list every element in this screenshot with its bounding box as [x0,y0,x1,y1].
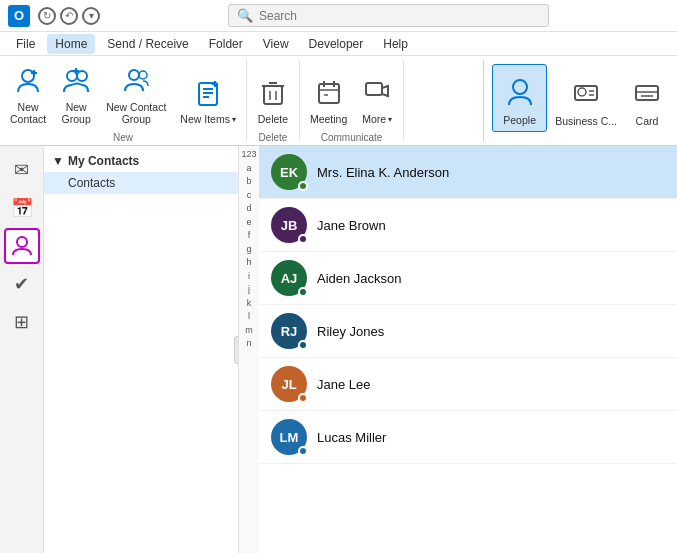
alpha-n[interactable]: n [246,337,251,351]
alpha-l[interactable]: l [248,310,250,324]
meeting-icon [315,78,343,111]
alpha-m[interactable]: m [245,324,253,338]
quick-access-icon[interactable]: ▾ [82,7,100,25]
people-view-label: People [503,114,536,127]
app-logo: O [8,5,30,27]
ribbon-communicate-buttons: Meeting More ▾ [304,62,399,130]
svg-point-28 [578,88,586,96]
folder-panel: ‹ ▼ My Contacts Contacts [44,146,239,553]
business-card-view-button[interactable]: Business C... [549,64,623,132]
svg-point-0 [22,70,34,82]
contact-item[interactable]: JL Jane Lee [259,358,677,411]
new-group-label: NewGroup [62,101,91,126]
new-group-button[interactable]: NewGroup [54,62,98,130]
new-items-button[interactable]: New Items ▾ [174,62,242,130]
nav-apps[interactable]: ⊞ [4,304,40,340]
folder-collapse-button[interactable]: ‹ [234,336,239,364]
new-items-label: New Items ▾ [180,113,236,126]
undo-icon[interactable]: ↶ [60,7,78,25]
menu-view[interactable]: View [255,34,297,54]
svg-point-4 [77,71,87,81]
people-view-button[interactable]: People [492,64,547,132]
contact-avatar: JL [271,366,307,402]
alpha-i[interactable]: i [248,270,250,284]
contact-item[interactable]: LM Lucas Miller [259,411,677,464]
contact-avatar: JB [271,207,307,243]
menu-home[interactable]: Home [47,34,95,54]
alpha-e[interactable]: e [246,216,251,230]
ribbon-new-section: NewContact NewGroup [0,60,247,141]
alpha-k[interactable]: k [247,297,252,311]
ribbon-new-buttons: NewContact NewGroup [4,62,242,130]
alpha-j[interactable]: j [248,283,250,297]
contact-name: Jane Lee [317,377,371,392]
alpha-a[interactable]: a [246,162,251,176]
new-contact-button[interactable]: NewContact [4,62,52,130]
ribbon: NewContact NewGroup [0,56,677,146]
folder-chevron-icon: ▼ [52,154,64,168]
contact-item[interactable]: AJ Aiden Jackson [259,252,677,305]
card-view-icon [632,78,662,113]
alphabet-sidebar: 123 a b c d e f g h i j k l m n [239,146,259,553]
alpha-d[interactable]: d [246,202,251,216]
alpha-f[interactable]: f [248,229,251,243]
delete-button[interactable]: Delete [251,62,295,130]
title-bar-icons: ↻ ↶ ▾ [38,7,100,25]
avatar-status-dot [298,446,308,456]
alpha-123[interactable]: 123 [241,148,256,162]
menu-developer[interactable]: Developer [301,34,372,54]
contact-avatar: EK [271,154,307,190]
contact-name: Mrs. Elina K. Anderson [317,165,449,180]
contact-name: Riley Jones [317,324,384,339]
sync-icon[interactable]: ↻ [38,7,56,25]
business-card-view-label: Business C... [555,115,617,128]
contact-name: Aiden Jackson [317,271,402,286]
svg-point-8 [139,71,147,79]
contact-item[interactable]: EK Mrs. Elina K. Anderson [259,146,677,199]
avatar-status-dot [298,340,308,350]
avatar-status-dot [298,393,308,403]
business-card-icon [571,78,601,113]
folder-item-contacts[interactable]: Contacts [44,172,238,194]
nav-contacts[interactable] [4,228,40,264]
svg-rect-31 [636,86,658,100]
svg-point-34 [17,237,27,247]
ribbon-communicate-label: Communicate [304,130,399,145]
alpha-b[interactable]: b [246,175,251,189]
contact-name: Lucas Miller [317,430,386,445]
ribbon-delete-buttons: Delete [251,62,295,130]
alpha-g[interactable]: g [246,243,251,257]
delete-icon [259,78,287,111]
contact-item[interactable]: JB Jane Brown [259,199,677,252]
more-button[interactable]: More ▾ [355,62,399,130]
ribbon-view-buttons: People Business C... [492,64,669,137]
alpha-h[interactable]: h [246,256,251,270]
nav-sidebar: ✉ 📅 ✔ ⊞ [0,146,44,553]
menu-help[interactable]: Help [375,34,416,54]
delete-label: Delete [258,113,288,126]
nav-calendar[interactable]: 📅 [4,190,40,226]
menu-bar: File Home Send / Receive Folder View Dev… [0,32,677,56]
contact-avatar: LM [271,419,307,455]
new-contact-icon [14,66,42,99]
ribbon-delete-label: Delete [251,130,295,145]
new-items-icon [194,78,222,111]
folder-group-header-my-contacts[interactable]: ▼ My Contacts [44,150,238,172]
search-icon: 🔍 [237,8,253,23]
nav-mail[interactable]: ✉ [4,152,40,188]
svg-rect-25 [366,83,382,95]
ribbon-communicate-section: Meeting More ▾ Communicate [300,60,404,141]
meeting-button[interactable]: Meeting [304,62,353,130]
title-bar: O ↻ ↶ ▾ 🔍 [0,0,677,32]
card-view-label: Card [636,115,659,128]
contact-item[interactable]: RJ Riley Jones [259,305,677,358]
search-input[interactable] [259,9,540,23]
menu-folder[interactable]: Folder [201,34,251,54]
new-contact-group-button[interactable]: New ContactGroup [100,62,172,130]
more-icon [363,78,391,111]
alpha-c[interactable]: c [247,189,252,203]
menu-send-receive[interactable]: Send / Receive [99,34,196,54]
nav-tasks[interactable]: ✔ [4,266,40,302]
menu-file[interactable]: File [8,34,43,54]
card-view-button[interactable]: Card [625,64,669,132]
